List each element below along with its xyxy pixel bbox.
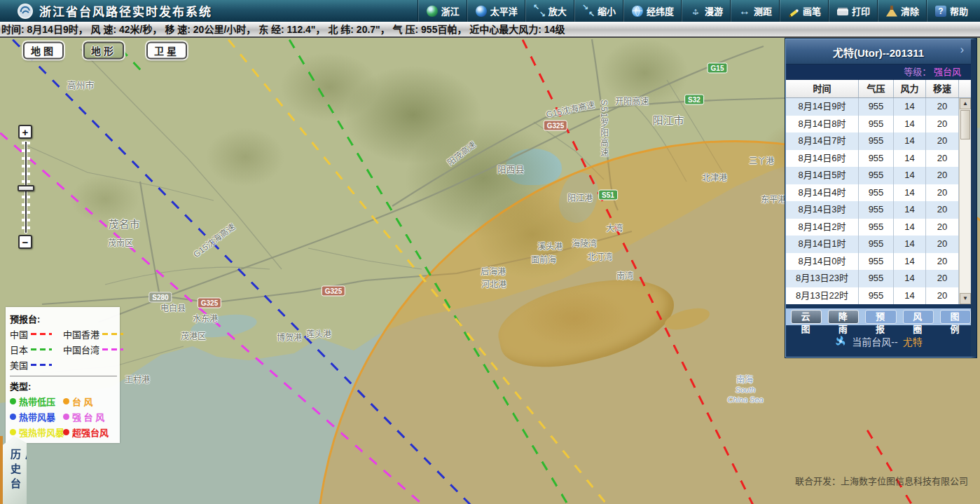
cell-pressure: 955 (859, 236, 894, 253)
panel-tab[interactable]: 降雨 (828, 310, 859, 324)
cell-wind-force: 14 (894, 236, 926, 253)
panel-tab[interactable]: 风圈 (903, 310, 934, 324)
pencil-icon (788, 8, 799, 18)
map-label: S51罗阳高速 (598, 100, 610, 158)
cell-time: 8月14日4时 (786, 184, 859, 202)
history-typhoon-tab[interactable]: 历史台风 (0, 436, 27, 504)
map-label: 水东港 (193, 312, 218, 324)
toolbar-button[interactable]: 画笔 (780, 0, 829, 22)
toolbar-button-label: 测距 (754, 4, 772, 18)
table-row[interactable]: 8月14日2时 955 14 20 (786, 219, 971, 236)
table-column-header: 移速 (926, 80, 959, 97)
cell-move-speed: 20 (926, 236, 959, 253)
legend-dash-sample (31, 364, 52, 366)
table-row[interactable]: 8月13日22时 955 14 20 (786, 287, 971, 305)
legend-agency-name: 中国台湾 (63, 343, 99, 356)
scroll-down-arrow-icon[interactable]: ▼ (960, 293, 971, 304)
table-row[interactable]: 8月14日0时 955 14 20 (786, 253, 971, 271)
legend-agency-item: 美国 (10, 358, 63, 372)
toolbar-button[interactable]: 测距 (731, 0, 780, 22)
toolbar-button-label: 清除 (901, 4, 919, 18)
map-label: 三丫港 (749, 154, 774, 166)
cell-time: 8月14日6时 (786, 150, 859, 168)
legend-dash-sample (31, 333, 52, 335)
map-label: 阳江港 (567, 191, 593, 203)
zoom-in-icon (534, 6, 545, 17)
legend-type-name: 台 风 (72, 395, 93, 408)
legend-forecast-title: 预报台: (10, 312, 117, 325)
legend-type-item: 热带低压 (10, 395, 63, 408)
map-label: 后海港 (481, 265, 506, 277)
toolbar-button-label: 经纬度 (647, 4, 674, 18)
cell-pressure: 955 (859, 287, 894, 305)
toolbar-button[interactable]: 缩小 (574, 0, 623, 22)
toolbar-button[interactable]: 打印 (829, 0, 878, 22)
zoom-out-button[interactable]: − (18, 235, 32, 249)
table-row[interactable]: 8月14日7时 955 14 20 (786, 132, 971, 150)
legend-type-name: 热带风暴 (19, 410, 55, 423)
cell-wind-force: 14 (894, 167, 926, 184)
scrollbar-thumb[interactable] (960, 110, 970, 139)
panel-expand-arrow[interactable]: › (960, 43, 964, 56)
legend-type-dot-icon (63, 414, 69, 420)
map-label: 河北港 (481, 278, 506, 290)
road-badge: G15 (708, 63, 728, 74)
zoom-in-button[interactable]: + (18, 125, 32, 139)
table-scrollbar[interactable]: ▲ ▼ (959, 98, 971, 304)
toolbar-button[interactable]: 太平洋 (467, 0, 525, 22)
scroll-up-arrow-icon[interactable]: ▲ (960, 98, 971, 109)
table-row[interactable]: 8月13日23时 955 14 20 (786, 270, 971, 287)
road-badge: G325 (322, 286, 345, 297)
table-row[interactable]: 8月14日9时 955 14 20 (786, 98, 971, 116)
toolbar-button[interactable]: 放大 (525, 0, 574, 22)
table-row[interactable]: 8月14日1时 955 14 20 (786, 236, 971, 253)
measure-icon (739, 6, 750, 17)
cell-time: 8月14日1时 (786, 236, 859, 253)
pan-icon (690, 6, 701, 17)
current-typhoon-name[interactable]: 尤特 (903, 334, 923, 348)
toolbar-button[interactable]: 清除 (878, 0, 927, 22)
typhoon-name-title: 尤特(Utor)--201311 (786, 45, 971, 60)
map-label: 茂港区 (181, 329, 206, 341)
globe-green-icon (427, 6, 438, 17)
table-header-spacer (959, 80, 971, 97)
table-row[interactable]: 8月14日6时 955 14 20 (786, 150, 971, 168)
cell-wind-force: 14 (894, 270, 926, 287)
table-row[interactable]: 8月14日5时 955 14 20 (786, 167, 971, 184)
legend-agency-name: 中国香港 (63, 327, 99, 341)
map-label: 海陵湾 (572, 237, 597, 249)
globe-blue-icon (476, 6, 487, 17)
table-row[interactable]: 8月14日3时 955 14 20 (786, 201, 971, 219)
cell-wind-force: 14 (894, 150, 926, 168)
toolbar-button[interactable]: 经纬度 (623, 0, 682, 22)
panel-tab[interactable]: 图例 (940, 310, 971, 324)
panel-tab[interactable]: 预报 (865, 310, 896, 324)
panel-tab[interactable]: 云图 (791, 310, 822, 324)
toolbar-button-label: 缩小 (598, 4, 616, 18)
legend-type-item: 热带风暴 (10, 410, 63, 423)
legend-agency-name: 日本 (10, 343, 28, 356)
table-row[interactable]: 8月14日4时 955 14 20 (786, 184, 971, 202)
toolbar-button-label: 浙江 (441, 4, 460, 18)
cell-pressure: 955 (859, 201, 894, 219)
legend-type-dot-icon (63, 398, 69, 404)
legend-dash-sample (102, 348, 123, 350)
road-badge: S51 (598, 190, 618, 200)
zoom-slider-handle[interactable] (18, 185, 34, 191)
map-label: 阳西县 (497, 162, 524, 175)
panel-tab-bar: 云图降雨预报风圈图例 (786, 308, 971, 325)
map-type-button[interactable]: 地图 (23, 42, 64, 60)
legend-type-item: 超强台风 (63, 425, 117, 439)
table-row[interactable]: 8月14日8时 955 14 20 (786, 116, 971, 133)
map-type-button[interactable]: 卫星 (146, 42, 187, 60)
map-type-button[interactable]: 地形 (83, 42, 124, 60)
map-label: 大湾 (606, 222, 623, 233)
toolbar-button[interactable]: 漫游 (682, 0, 731, 22)
toolbar-button-label: 打印 (852, 4, 870, 18)
cell-move-speed: 20 (926, 132, 959, 150)
map-label: 王村港 (125, 373, 150, 385)
toolbar-button[interactable]: 浙江 (418, 0, 467, 22)
toolbar-button[interactable]: 帮助 (927, 0, 976, 22)
cell-time: 8月14日0时 (786, 253, 859, 271)
credit-text: 联合开发：上海数字位图信息科技有限公司 (795, 474, 968, 487)
